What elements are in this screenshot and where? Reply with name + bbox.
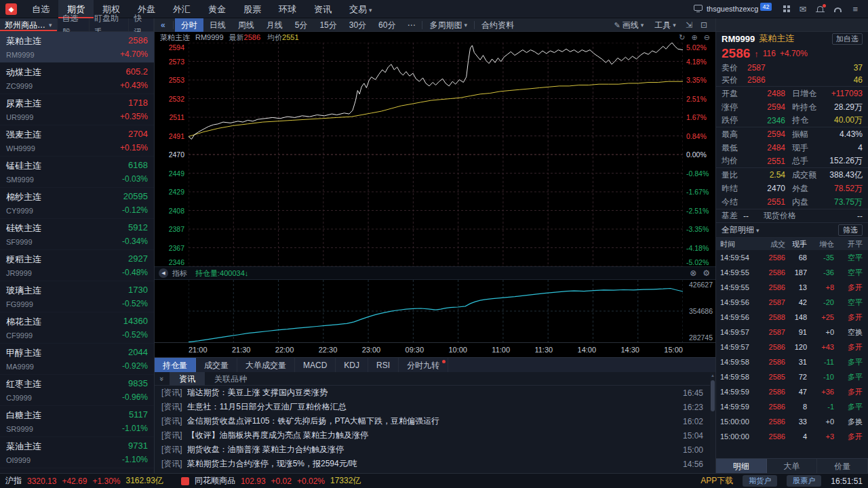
watchlist-item[interactable]: 棉花主连CF999914360-0.52% <box>0 312 154 344</box>
detail-filter-dropdown[interactable]: 全部明细 ▾ <box>722 224 760 236</box>
tick-row[interactable]: 14:59:552586187-36空平 <box>716 265 868 280</box>
mail-icon[interactable]: ✉ <box>800 5 807 14</box>
watchlist-item[interactable]: 甲醇主连MA99992044-0.92% <box>0 344 154 375</box>
multi-period-button[interactable]: 多周期图 ▾ <box>424 18 473 32</box>
indicator-tab-分时九转[interactable]: 分时九转 <box>399 358 448 372</box>
sidebar-tab-自选股[interactable]: 自选股 <box>58 18 90 31</box>
news-item[interactable]: [资讯]瑞达期货：美豆上涨 支撑国内豆类涨势16:45 <box>155 386 710 400</box>
filter-button[interactable]: 筛选 <box>838 224 863 236</box>
grid-apps-icon[interactable] <box>783 5 786 8</box>
top-menu-item-自选[interactable]: 自选 <box>23 0 58 18</box>
top-menu-item-资讯[interactable]: 资讯 <box>305 0 340 18</box>
top-menu-item-股票[interactable]: 股票 <box>235 0 270 18</box>
headset-icon[interactable] <box>834 7 842 12</box>
scroll-up-icon[interactable]: ▲ <box>711 372 715 379</box>
zoom-out-icon[interactable]: ⊖ <box>704 33 710 42</box>
news-item[interactable]: [资讯]生意社：11月5日部分大豆油厂豆粕价格汇总16:23 <box>155 400 710 414</box>
index-shanghai[interactable]: 沪指 3320.13 +42.69 +1.30% 3162.93亿 <box>5 475 163 487</box>
futures-account-button[interactable]: 期货户 <box>743 475 777 487</box>
watchlist-item[interactable]: 硅铁主连SF99995912-0.34% <box>0 219 154 250</box>
tick-row[interactable]: 15:00:00258633+0多换 <box>716 414 868 429</box>
back-button[interactable]: « <box>155 20 172 30</box>
watchlist-item[interactable]: 红枣主连CJ99999835-0.96% <box>0 375 154 406</box>
sidebar-tab-快讯[interactable]: 快讯 <box>129 18 154 31</box>
watchlist-item[interactable]: 棉纱主连CY999920595-0.12% <box>0 188 154 219</box>
fullscreen-icon[interactable]: ⇲ <box>686 20 692 30</box>
period-tab-日线[interactable]: 日线 <box>203 18 232 32</box>
watchlist-item[interactable]: 菜粕主连RM99992586+4.70% <box>0 32 154 63</box>
tools-button[interactable]: 工具 ▾ <box>649 18 682 32</box>
bell-icon[interactable] <box>817 6 823 12</box>
tick-row[interactable]: 14:59:5925868-1多平 <box>716 399 868 414</box>
indicator-tab-大单成交量[interactable]: 大单成交量 <box>237 358 295 372</box>
period-tab-5分[interactable]: 5分 <box>289 18 314 32</box>
close-icon[interactable]: ⊗ <box>690 268 696 278</box>
menu-icon[interactable]: ≡ <box>852 5 858 14</box>
sidebar-tab-盯盘助手[interactable]: 盯盘助手 <box>90 18 129 31</box>
watchlist-item[interactable]: 动煤主连ZC9999605.2+0.43% <box>0 63 154 94</box>
more-periods-button[interactable]: ⋯ <box>401 20 420 30</box>
tick-row[interactable]: 14:59:57258791+0空换 <box>716 325 868 340</box>
stock-account-button[interactable]: 股票户 <box>787 475 821 487</box>
tick-row[interactable]: 14:59:55258613+8多开 <box>716 280 868 295</box>
collapse-down-icon[interactable]: » <box>155 375 170 383</box>
tick-row[interactable]: 14:59:56258742-20空平 <box>716 295 868 310</box>
indicator-tab-RSI[interactable]: RSI <box>368 358 399 372</box>
watchlist-item[interactable]: 白糖主连SR99995117-1.01% <box>0 406 154 437</box>
news-item[interactable]: [资讯]金信期货收盘点评1105：铁矿先抑后扬，PTA大幅下跌，豆粕偏强运行16… <box>155 414 710 428</box>
watchlist-item[interactable]: 粳稻主连JR99992927-0.48% <box>0 250 154 281</box>
multi-window-icon[interactable]: ⊡ <box>701 20 707 30</box>
time-share-chart[interactable]: 2594257325532532251124912470244924292408… <box>155 43 715 266</box>
period-tab-15分[interactable]: 15分 <box>313 18 342 32</box>
news-scrollbar[interactable]: ▲ <box>710 372 715 473</box>
news-item[interactable]: [资讯]【收评】油脂板块再度成为亮点 菜粕主力触及涨停15:04 <box>155 428 710 443</box>
tick-row[interactable]: 14:59:58258631-11多平 <box>716 354 868 369</box>
period-tab-60分[interactable]: 60分 <box>372 18 401 32</box>
open-interest-chart[interactable]: 426627354686282745 <box>155 280 715 342</box>
news-item[interactable]: [资讯]期货收盘：油脂普涨 菜粕主力合约触及涨停15:00 <box>155 443 710 457</box>
watchlist-item[interactable]: 锰硅主连SM99996168-0.03% <box>0 157 154 188</box>
period-tab-月线[interactable]: 月线 <box>260 18 289 32</box>
sidebar-tab-郑州商品品种[interactable]: 郑州商品品种▾ <box>0 18 58 31</box>
refresh-icon[interactable]: ↻ <box>679 33 685 42</box>
tick-row[interactable]: 14:59:572586120+43多开 <box>716 340 868 354</box>
tick-row[interactable]: 14:59:58258572-10多平 <box>716 369 868 384</box>
gear-icon[interactable]: ⚙ <box>703 268 710 278</box>
quote-tab-大单[interactable]: 大单 <box>767 459 818 473</box>
watchlist-item[interactable]: 强麦主连WH99992704+0.15% <box>0 125 154 157</box>
period-tab-30分[interactable]: 30分 <box>343 18 372 32</box>
tick-row[interactable]: 14:59:562588148+25多开 <box>716 310 868 325</box>
app-logo[interactable]: ◆ <box>5 3 17 15</box>
top-menu-item-环球[interactable]: 环球 <box>270 0 305 18</box>
quote-tab-明细[interactable]: 明细 <box>716 459 767 473</box>
top-menu-item-交易[interactable]: 交易▾ <box>340 0 381 18</box>
period-tab-周线[interactable]: 周线 <box>232 18 260 32</box>
add-watchlist-button[interactable]: 加自选 <box>832 33 863 45</box>
tab-related-products[interactable]: 关联品种 <box>205 372 256 386</box>
indicator-tab-KDJ[interactable]: KDJ <box>336 358 368 372</box>
tick-row[interactable]: 15:00:0025864+3多开 <box>716 429 868 444</box>
indicator-tab-成交量[interactable]: 成交量 <box>196 358 237 372</box>
collapse-left-icon[interactable]: ◀ <box>159 268 168 278</box>
zoom-in-icon[interactable]: ⊕ <box>692 33 698 42</box>
news-item[interactable]: [资讯]菜粕期货主力合约涨停，现涨5%，报2594元/吨14:56 <box>155 457 710 471</box>
watchlist-item[interactable]: 尿素主连UR99991718+0.35% <box>0 94 154 125</box>
quote-tab-价量[interactable]: 价量 <box>817 459 868 473</box>
username[interactable]: thsguesthzexcg <box>707 5 758 13</box>
indicator-tab-MACD[interactable]: MACD <box>295 358 336 372</box>
scrollbar-thumb[interactable] <box>711 380 715 411</box>
watchlist-item[interactable]: 菜油主连OI99999731-1.10% <box>0 437 154 468</box>
indicator-tab-持仓量[interactable]: 持仓量 <box>155 358 196 372</box>
top-menu-item-黄金[interactable]: 黄金 <box>199 0 235 18</box>
tick-row[interactable]: 14:59:54258668-35空平 <box>716 250 868 265</box>
index-ths-commodity[interactable]: 同花顺商品 102.93 +0.02 +0.02% 17332亿 <box>181 475 361 487</box>
monitor-icon[interactable] <box>694 5 703 11</box>
draw-line-button[interactable]: ✎ 画线 ▾ <box>609 18 650 32</box>
top-menu-item-外汇[interactable]: 外汇 <box>164 0 199 18</box>
watchlist-item[interactable]: 玻璃主连FG99991730-0.52% <box>0 281 154 312</box>
app-download-link[interactable]: APP下载 <box>701 475 733 487</box>
period-tab-分时[interactable]: 分时 <box>175 18 203 32</box>
tick-row[interactable]: 14:59:59258647+36多开 <box>716 384 868 399</box>
tab-news[interactable]: 资讯 <box>170 372 205 386</box>
contract-info-button[interactable]: 合约资料 <box>476 18 519 32</box>
